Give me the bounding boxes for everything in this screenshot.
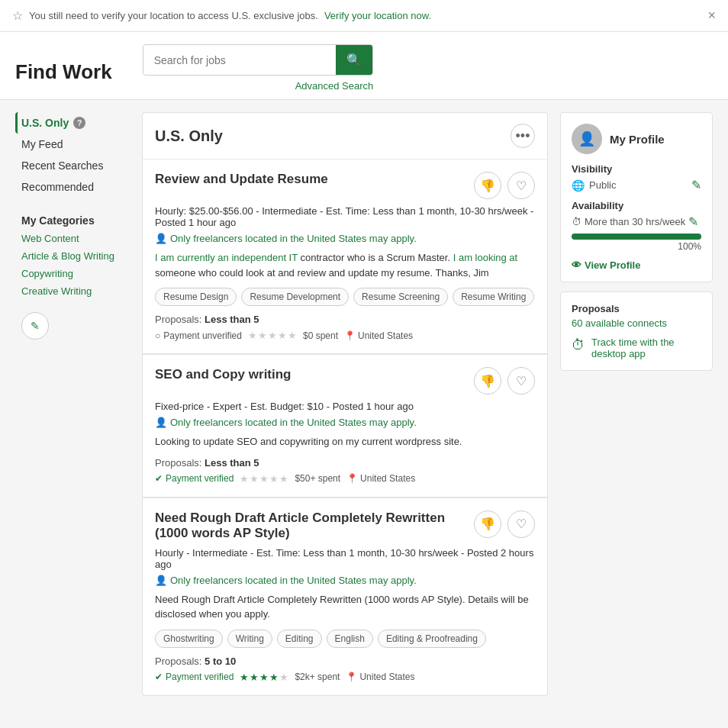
clock-track-icon: ⏱ <box>572 337 585 353</box>
job-title-3[interactable]: Need Rough Draft Article Completely Rewr… <box>155 511 474 541</box>
sidebar-categories: My Categories Web Content Article & Blog… <box>15 210 130 300</box>
location-line-2: 👤 Only freelancers located in the United… <box>155 417 535 428</box>
availability-section: Availability ⏱ More than 30 hrs/week ✎ 1… <box>572 200 701 252</box>
sidebar-item-web-content[interactable]: Web Content <box>15 230 130 247</box>
sidebar-item-article-blog[interactable]: Article & Blog Writing <box>15 247 130 265</box>
search-bar: 🔍 <box>143 44 374 76</box>
categories-title: My Categories <box>15 210 130 230</box>
like-button-2[interactable]: ♡ <box>507 367 535 395</box>
location-line-1: 👤 Only freelancers located in the United… <box>155 233 535 244</box>
verify-link[interactable]: Verify your location now. <box>324 10 431 21</box>
stars-2: ★ ★ ★ ★ ★ <box>240 473 288 485</box>
more-options-button[interactable]: ••• <box>511 124 535 148</box>
feed-header: U.S. Only ••• <box>142 112 548 159</box>
like-button-3[interactable]: ♡ <box>507 511 535 538</box>
spent-1: $0 spent <box>303 330 338 341</box>
right-sidebar: 👤 My Profile Visibility 🌐 Public ✎ Avail… <box>560 112 713 696</box>
dislike-button-2[interactable]: 👎 <box>474 367 501 395</box>
sidebar-label-us-only: U.S. Only <box>21 117 69 129</box>
advanced-search-link[interactable]: Advanced Search <box>295 76 374 99</box>
country-3: 📍 United States <box>346 672 414 682</box>
tag-writing[interactable]: Writing <box>227 630 272 648</box>
card-actions-3: 👎 ♡ <box>474 511 535 538</box>
search-button[interactable]: 🔍 <box>336 45 372 75</box>
job-meta-3: Hourly - Intermediate - Est. Time: Less … <box>155 547 535 570</box>
availability-progress-bar <box>572 234 701 240</box>
job-meta-1: Hourly: $25.00-$56.00 - Intermediate - E… <box>155 205 535 228</box>
job-title-2[interactable]: SEO and Copy writing <box>155 367 292 382</box>
tag-english[interactable]: English <box>327 630 373 648</box>
sidebar: U.S. Only ? My Feed Recent Searches Reco… <box>15 112 130 696</box>
availability-value: More than 30 hrs/week <box>585 216 685 227</box>
heart-icon: ♡ <box>516 179 527 193</box>
thumbs-down-icon-2: 👎 <box>480 374 495 388</box>
stars-3: ★ ★ ★ ★ ★ <box>240 672 288 683</box>
location-icon-2: 👤 <box>155 417 167 428</box>
sidebar-item-creative-writing[interactable]: Creative Writing <box>15 282 130 300</box>
footer-line-2: ✔ Payment verified ★ ★ ★ ★ ★ $50+ spent … <box>155 473 535 485</box>
job-title-1[interactable]: Review and Update Resume <box>155 172 328 187</box>
tag-resume-writing[interactable]: Resume Writing <box>453 288 534 306</box>
tag-editing[interactable]: Editing <box>277 630 322 648</box>
tag-resume-screening[interactable]: Resume Screening <box>353 288 448 306</box>
location-icon-1: 👤 <box>155 233 167 244</box>
proposals-title: Proposals <box>572 303 701 314</box>
dislike-button-3[interactable]: 👎 <box>474 511 501 538</box>
track-time-link[interactable]: Track time with the desktop app <box>591 337 701 359</box>
thumbs-down-icon-3: 👎 <box>480 517 495 531</box>
footer-line-1: ○ Payment unverified ★ ★ ★ ★ ★ $0 spent … <box>155 330 535 341</box>
avatar: 👤 <box>572 124 602 154</box>
main-content: U.S. Only ••• Review and Update Resume 👎… <box>142 112 548 696</box>
sidebar-nav: U.S. Only ? My Feed Recent Searches Reco… <box>15 112 130 198</box>
tag-editing-proofreading[interactable]: Editing & Proofreading <box>378 630 486 648</box>
body-layout: U.S. Only ? My Feed Recent Searches Reco… <box>0 100 728 708</box>
job-desc-3: Need Rough Draft Article Completely Rewr… <box>155 592 535 622</box>
tag-resume-development[interactable]: Resume Development <box>241 288 349 306</box>
job-desc-1: I am currently an independent IT contrac… <box>155 250 535 280</box>
payment-unverified-icon: ○ <box>155 330 160 341</box>
search-icon: 🔍 <box>346 53 362 66</box>
edit-categories-button[interactable]: ✎ <box>21 312 49 340</box>
edit-visibility-button[interactable]: ✎ <box>691 178 701 192</box>
job-card-2: SEO and Copy writing 👎 ♡ Fixed-price - E… <box>142 354 548 498</box>
map-pin-icon-1: 📍 <box>344 330 356 341</box>
location-icon-3: 👤 <box>155 575 167 586</box>
card-actions-1: 👎 ♡ <box>474 172 535 199</box>
proposals-count: 60 available connects <box>572 317 701 329</box>
spent-3: $2k+ spent <box>295 672 340 682</box>
like-button-1[interactable]: ♡ <box>507 172 535 199</box>
edit-icon: ✎ <box>31 320 40 332</box>
dislike-button-1[interactable]: 👎 <box>474 172 501 199</box>
proposals-1: Proposals: Less than 5 <box>155 314 535 325</box>
profile-card: 👤 My Profile Visibility 🌐 Public ✎ Avail… <box>560 112 713 282</box>
tag-ghostwriting[interactable]: Ghostwriting <box>155 630 223 648</box>
payment-status-1: ○ Payment unverified <box>155 330 242 341</box>
visibility-section: Visibility 🌐 Public ✎ <box>572 163 701 192</box>
sidebar-item-recent-searches[interactable]: Recent Searches <box>15 155 130 176</box>
tag-resume-design[interactable]: Resume Design <box>155 288 237 306</box>
search-input[interactable] <box>143 47 337 74</box>
visibility-row: 🌐 Public ✎ <box>572 178 701 192</box>
card-actions-2: 👎 ♡ <box>474 367 535 395</box>
sidebar-item-copywriting[interactable]: Copywriting <box>15 265 130 282</box>
view-profile-button[interactable]: 👁 View Profile <box>572 259 640 271</box>
payment-status-2: ✔ Payment verified <box>155 473 234 484</box>
header: Find Work 🔍 Advanced Search <box>0 32 728 100</box>
sidebar-label-recent-searches: Recent Searches <box>21 159 103 172</box>
visibility-value: Public <box>589 179 616 191</box>
sidebar-item-my-feed[interactable]: My Feed <box>15 134 130 155</box>
country-1: 📍 United States <box>344 330 413 341</box>
help-icon: ? <box>73 117 85 129</box>
map-pin-icon-2: 📍 <box>346 473 358 484</box>
job-card-1: Review and Update Resume 👎 ♡ Hourly: $25… <box>142 159 548 354</box>
sidebar-label-my-feed: My Feed <box>21 138 63 150</box>
close-notification-button[interactable]: × <box>707 8 716 24</box>
edit-availability-button[interactable]: ✎ <box>688 214 698 229</box>
notification-text: You still need to verify your location t… <box>29 10 318 21</box>
sidebar-item-recommended[interactable]: Recommended <box>15 176 130 198</box>
country-2: 📍 United States <box>346 473 415 484</box>
proposals-3: Proposals: 5 to 10 <box>155 656 535 667</box>
job-card-1-header: Review and Update Resume 👎 ♡ <box>155 172 535 199</box>
sidebar-label-recommended: Recommended <box>21 181 94 193</box>
sidebar-item-us-only[interactable]: U.S. Only ? <box>15 112 130 134</box>
